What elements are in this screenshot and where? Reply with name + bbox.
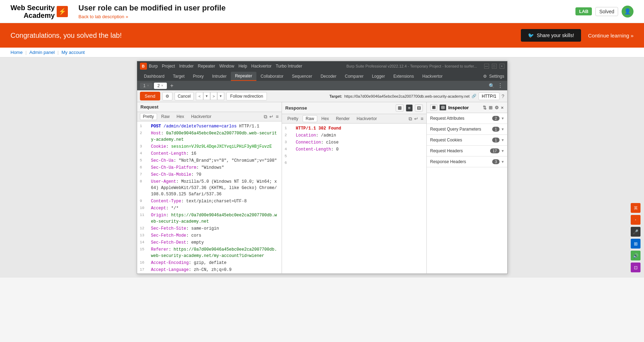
menu-hackvertor[interactable]: Hackvertor	[251, 64, 271, 69]
inspector-badge-1: 2	[492, 116, 499, 121]
tab-sequencer[interactable]: Sequencer	[288, 72, 316, 81]
inspector-query-params[interactable]: Request Query Parameters 1 ▾	[427, 124, 507, 135]
help-button[interactable]: ?	[502, 93, 504, 99]
request-line-8: 8 User-Agent: Mozilla/5.0 (Windows NT 10…	[137, 178, 282, 198]
follow-redirect-button[interactable]: Follow redirection	[226, 92, 267, 100]
request-subtab-hackvertor[interactable]: Hackvertor	[188, 113, 214, 120]
menu-turbo-intruder[interactable]: Turbo Intruder	[276, 64, 302, 69]
tab-target[interactable]: Target	[169, 72, 189, 81]
target-edit-icon[interactable]: 🔗	[472, 94, 476, 98]
page-title: User role can be modified in user profil…	[78, 4, 575, 13]
inspector-chevron-1: ▾	[502, 116, 504, 121]
breadcrumb-admin[interactable]: Admin panel	[29, 50, 55, 55]
share-button[interactable]: 🐦 Share your skills!	[521, 29, 581, 42]
back-to-lab-link[interactable]: Back to lab description »	[78, 14, 575, 19]
search-icon[interactable]: 🔍	[489, 83, 495, 89]
menu-burp[interactable]: Burp	[149, 64, 158, 69]
logo-area: Web Security Academy ⚡	[10, 4, 68, 19]
menu-help[interactable]: Help	[239, 64, 247, 69]
inspector-split-icon[interactable]: ⊞	[489, 105, 493, 110]
prev-button[interactable]: <	[196, 92, 203, 100]
request-panel-icons: ⧉ ↵ ≡	[264, 114, 278, 120]
inspector-settings-icon[interactable]: ⚙	[495, 105, 499, 110]
rep-tab-2-close[interactable]: ×	[161, 84, 163, 88]
breadcrumb-account[interactable]: My account	[62, 50, 85, 55]
next-dropdown[interactable]: ▾	[217, 92, 224, 100]
repeater-tab-1[interactable]: 1 ×	[140, 83, 153, 89]
rep-tab-1-close[interactable]: ×	[147, 84, 149, 88]
tab-extensions[interactable]: Extensions	[389, 72, 418, 81]
tab-intruder[interactable]: Intruder	[208, 72, 231, 81]
response-view-grid[interactable]: ⊞	[396, 104, 404, 112]
nav-dropdown[interactable]: ▾	[203, 92, 210, 100]
response-subtab-hackvertor[interactable]: Hackvertor	[354, 116, 380, 122]
next-button[interactable]: >	[210, 92, 217, 100]
banner-text: Congratulations, you solved the lab!	[10, 32, 521, 40]
menu-intruder[interactable]: Intruder	[179, 64, 193, 69]
breadcrumb-home[interactable]: Home	[10, 50, 23, 55]
request-subtab-hex[interactable]: Hex	[174, 113, 187, 120]
request-subtab-pretty[interactable]: Pretty	[140, 113, 157, 120]
tab-dashboard[interactable]: Dashboard	[140, 72, 169, 81]
close-button[interactable]: ×	[500, 64, 504, 69]
request-wrap-icon[interactable]: ↵	[269, 114, 274, 119]
more-options-icon[interactable]: ⋮	[496, 82, 504, 89]
user-icon-button[interactable]: 👤	[622, 6, 634, 18]
tab-comparer[interactable]: Comparer	[341, 72, 368, 81]
response-panel-label: Response	[285, 105, 307, 111]
http-version-selector[interactable]: HTTP/1	[479, 92, 499, 100]
request-subtab-raw[interactable]: Raw	[158, 113, 172, 120]
tab-decoder[interactable]: Decoder	[316, 72, 340, 81]
response-view-cols[interactable]: ⊟	[415, 104, 423, 112]
inspector-response-headers[interactable]: Response Headers 3 ▾	[427, 156, 507, 167]
minimize-button[interactable]: —	[484, 64, 489, 69]
menu-repeater[interactable]: Repeater	[198, 64, 215, 69]
taskbar-icon-sogou[interactable]: 英	[631, 203, 641, 213]
add-tab-button[interactable]: +	[168, 83, 176, 89]
response-subtab-hex[interactable]: Hex	[319, 116, 332, 122]
request-more-icon[interactable]: ≡	[276, 114, 278, 119]
response-line-5: 5	[282, 153, 426, 160]
taskbar-icon-sound[interactable]: 🔊	[631, 251, 641, 260]
taskbar-icon-mic[interactable]: 🎤	[631, 227, 641, 237]
response-view-list[interactable]: ≡	[406, 104, 413, 112]
tab-hackvertor[interactable]: Hackvertor	[418, 72, 447, 81]
tab-repeater[interactable]: Repeater	[231, 72, 256, 81]
settings-gear-icon: ⚙	[483, 74, 487, 79]
response-wrap-icon[interactable]: ↵	[414, 116, 418, 121]
inspector-request-attributes[interactable]: Request Attributes 2 ▾	[427, 113, 507, 124]
taskbar-icon-misc[interactable]: ⊡	[631, 263, 641, 272]
cancel-button[interactable]: Cancel	[175, 92, 194, 100]
menu-project[interactable]: Project	[162, 64, 175, 69]
response-subtab-raw[interactable]: Raw	[303, 115, 317, 122]
response-subtab-pretty[interactable]: Pretty	[285, 116, 301, 122]
inspector-cookies[interactable]: Request Cookies 1 ▾	[427, 135, 507, 146]
inspector-request-headers[interactable]: Request Headers 17 ▾	[427, 146, 507, 156]
response-body: 1 HTTP/1.1 302 Found 2 Location: /admin …	[282, 124, 426, 273]
repeater-tab-2[interactable]: 2 ×	[154, 83, 167, 89]
taskbar-icon-grid[interactable]: ⊞	[631, 239, 641, 249]
settings-button[interactable]: ⚙ Settings	[483, 74, 504, 79]
tab-proxy[interactable]: Proxy	[189, 72, 208, 81]
request-copy-icon[interactable]: ⧉	[264, 114, 267, 120]
settings-cog-button[interactable]: ⚙	[162, 92, 172, 100]
maximize-button[interactable]: □	[492, 64, 497, 69]
inspector-close-icon[interactable]: ×	[501, 105, 504, 110]
tab-logger[interactable]: Logger	[368, 72, 389, 81]
inspector-badge-2: 1	[492, 127, 499, 132]
header: Web Security Academy ⚡ User role can be …	[0, 0, 644, 23]
response-copy-icon[interactable]: ⧉	[409, 116, 412, 122]
tab-collaborator[interactable]: Collaborator	[256, 72, 288, 81]
taskbar-icon-dot[interactable]: ·	[631, 215, 641, 225]
response-more-icon[interactable]: ≡	[420, 116, 423, 121]
response-subtab-render[interactable]: Render	[333, 116, 352, 122]
burp-app-title: Burp Suite Professional v2022.12.4 - Tem…	[346, 64, 477, 68]
request-body[interactable]: 1 POST /admin/delete?username=carlos HTT…	[137, 121, 282, 273]
continue-learning-link[interactable]: Continue learning »	[588, 33, 634, 39]
inspector-sort-icon[interactable]: ⇅	[483, 105, 487, 110]
request-line-5: 5 Sec-Ch-Ua: "Not?A_Brand";v="8", "Chrom…	[137, 157, 282, 164]
target-url: https://0a7d00e9046a45ebc0ee2ca2007700db…	[344, 94, 469, 98]
send-button[interactable]: Send	[140, 92, 160, 100]
menu-window[interactable]: Window	[219, 64, 234, 69]
request-panel-label: Request	[141, 104, 158, 110]
